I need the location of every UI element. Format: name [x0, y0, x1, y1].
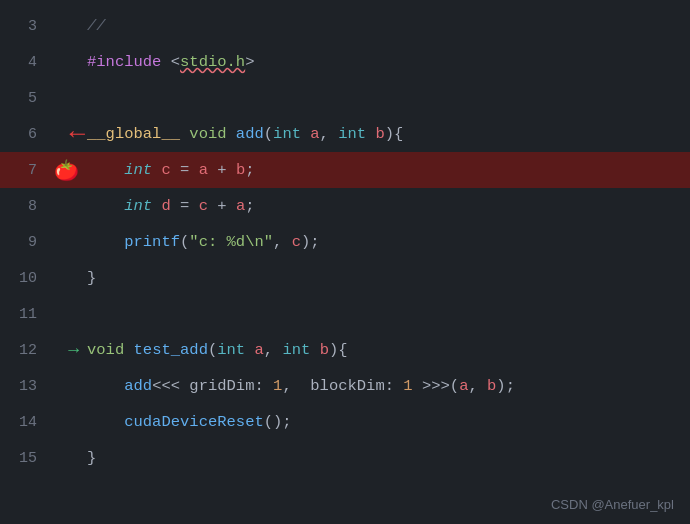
line-number-8: 8: [0, 198, 55, 215]
code-line-4: 4 #include <stdio.h>: [0, 44, 690, 80]
code-line-13: 13 add<<< gridDim: 1, blockDim: 1 >>>(a,…: [0, 368, 690, 404]
line-number-11: 11: [0, 306, 55, 323]
code-content-7: int c = a + b;: [85, 152, 690, 188]
code-content-8: int d = c + a;: [85, 188, 690, 224]
code-editor: 3 // 4 #include <stdio.h> 5 6 ← __global…: [0, 0, 690, 524]
code-content-10: }: [85, 260, 690, 296]
code-content-14: cudaDeviceReset();: [85, 404, 690, 440]
code-content-12: void test_add(int a, int b){: [85, 332, 690, 368]
code-content-9: printf("c: %d\n", c);: [85, 224, 690, 260]
code-line-3: 3 //: [0, 8, 690, 44]
line-number-10: 10: [0, 270, 55, 287]
code-line-5: 5: [0, 80, 690, 116]
tomato-icon: 🍅: [2, 158, 79, 183]
line-number-4: 4: [0, 54, 55, 71]
line-number-14: 14: [0, 414, 55, 431]
line-number-13: 13: [0, 378, 55, 395]
code-content-13: add<<< gridDim: 1, blockDim: 1 >>>(a, b)…: [85, 368, 690, 404]
line-number-12: 12 →: [0, 342, 55, 359]
code-line-7: 7 🍅 int c = a + b;: [0, 152, 690, 188]
code-content-15: }: [85, 440, 690, 476]
code-line-10: 10 }: [0, 260, 690, 296]
code-content-3: //: [85, 8, 690, 44]
code-line-11: 11: [0, 296, 690, 332]
red-arrow-icon: ←: [0, 121, 85, 147]
line-number-9: 9: [0, 234, 55, 251]
line-number-5: 5: [0, 90, 55, 107]
code-line-14: 14 cudaDeviceReset();: [0, 404, 690, 440]
code-content-5: [85, 80, 690, 116]
line-number-15: 15: [0, 450, 55, 467]
green-arrow-icon: →: [2, 341, 79, 359]
code-line-9: 9 printf("c: %d\n", c);: [0, 224, 690, 260]
code-content-6: __global__ void add(int a, int b){: [85, 116, 690, 152]
code-content-11: [85, 296, 690, 332]
watermark: CSDN @Anefuer_kpl: [551, 497, 674, 512]
line-number-7: 7 🍅: [0, 162, 55, 179]
code-line-15: 15 }: [0, 440, 690, 476]
line-number-6: 6 ←: [0, 126, 55, 143]
code-line-8: 8 int d = c + a;: [0, 188, 690, 224]
code-line-6: 6 ← __global__ void add(int a, int b){: [0, 116, 690, 152]
code-content-4: #include <stdio.h>: [85, 44, 690, 80]
line-number-3: 3: [0, 18, 55, 35]
code-line-12: 12 → void test_add(int a, int b){: [0, 332, 690, 368]
